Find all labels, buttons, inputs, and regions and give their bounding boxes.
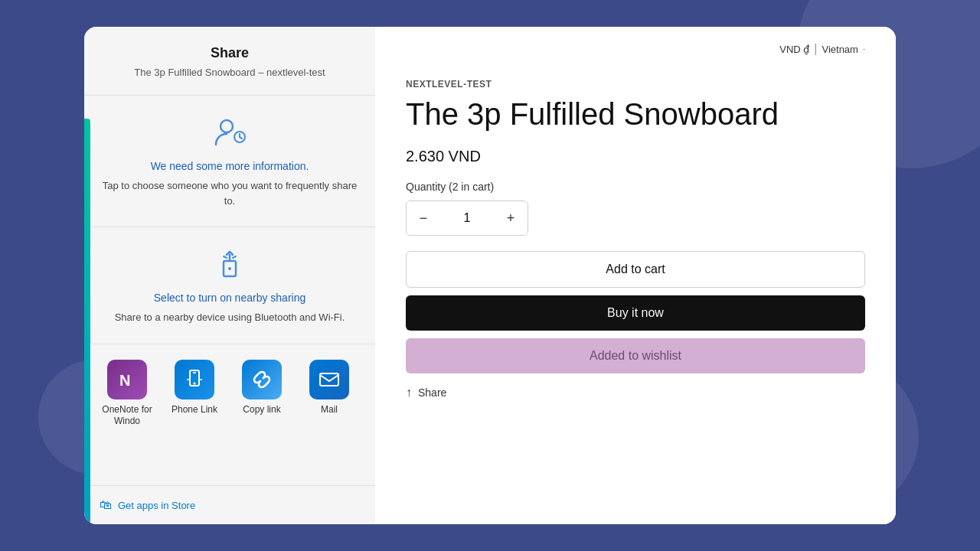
svg-point-0 bbox=[220, 120, 233, 132]
quantity-value: 1 bbox=[440, 211, 494, 225]
share-subtitle: The 3p Fulfilled Snowboard – nextlevel-t… bbox=[100, 66, 360, 80]
share-app-phonelink[interactable]: Phone Link bbox=[167, 360, 222, 428]
svg-text:N: N bbox=[119, 372, 130, 389]
person-share-icon bbox=[211, 114, 248, 151]
quantity-control: − 1 + bbox=[406, 201, 528, 236]
share-contact-section[interactable]: We need some more information. Tap to ch… bbox=[84, 96, 375, 227]
product-title: The 3p Fulfilled Snowboard bbox=[406, 96, 865, 132]
share-header: Share The 3p Fulfilled Snowboard – nextl… bbox=[84, 27, 375, 96]
buy-now-button[interactable]: Buy it now bbox=[406, 295, 865, 331]
contact-section-title: We need some more information. bbox=[100, 160, 360, 172]
mail-label: Mail bbox=[321, 404, 338, 416]
store-icon: 🛍 bbox=[100, 498, 112, 512]
product-panel: VND ₫ | Vietnam · NEXTLEVEL-TEST The 3p … bbox=[375, 27, 896, 524]
phonelink-label: Phone Link bbox=[172, 404, 217, 416]
svg-line-2 bbox=[240, 137, 242, 139]
svg-point-4 bbox=[228, 267, 231, 270]
share-title: Share bbox=[100, 45, 360, 61]
main-container: Share The 3p Fulfilled Snowboard – nextl… bbox=[84, 27, 896, 524]
product-topbar: VND ₫ | Vietnam · bbox=[406, 42, 865, 56]
nearby-section-title: Select to turn on nearby sharing bbox=[100, 292, 360, 304]
locale-separator: | bbox=[814, 42, 817, 56]
get-apps-link[interactable]: 🛍 Get apps in Store bbox=[84, 485, 375, 524]
product-price: 2.630 VND bbox=[406, 148, 865, 165]
share-link[interactable]: ↑ Share bbox=[406, 386, 865, 399]
get-apps-label: Get apps in Store bbox=[118, 500, 195, 511]
onenote-label: OneNote for Windo bbox=[100, 404, 155, 428]
quantity-decrease-button[interactable]: − bbox=[407, 201, 440, 235]
product-brand: NEXTLEVEL-TEST bbox=[406, 79, 865, 90]
quantity-label: Quantity (2 in cart) bbox=[406, 181, 865, 193]
copylink-icon-app bbox=[242, 360, 282, 399]
locale-arrow: · bbox=[863, 44, 865, 54]
phonelink-icon bbox=[175, 360, 214, 399]
copylink-label: Copy link bbox=[243, 404, 280, 416]
share-nearby-section[interactable]: Select to turn on nearby sharing Share t… bbox=[84, 227, 375, 344]
locale-currency: VND ₫ bbox=[779, 44, 809, 55]
svg-point-9 bbox=[194, 382, 196, 384]
share-app-copylink[interactable]: Copy link bbox=[234, 360, 289, 428]
nearby-share-icon bbox=[211, 246, 248, 282]
mail-icon bbox=[309, 360, 349, 399]
svg-rect-10 bbox=[320, 373, 338, 386]
person-icon-container bbox=[100, 114, 360, 151]
share-app-onenote[interactable]: N OneNote for Windo bbox=[100, 360, 155, 428]
share-link-icon: ↑ bbox=[406, 386, 412, 399]
share-app-mail[interactable]: Mail bbox=[302, 360, 357, 428]
svg-rect-8 bbox=[193, 372, 196, 373]
share-apps-grid: N OneNote for Windo P bbox=[100, 360, 360, 428]
share-link-label: Share bbox=[418, 386, 446, 399]
contact-section-desc: Tap to choose someone who you want to fr… bbox=[100, 178, 360, 208]
wishlist-button[interactable]: Added to wishlist bbox=[406, 338, 865, 373]
quantity-increase-button[interactable]: + bbox=[494, 201, 528, 235]
share-apps-section: N OneNote for Windo P bbox=[84, 344, 375, 485]
nearby-icon-container bbox=[100, 246, 360, 282]
nearby-section-desc: Share to a nearby device using Bluetooth… bbox=[100, 310, 360, 325]
add-to-cart-button[interactable]: Add to cart bbox=[406, 251, 865, 288]
onenote-icon: N bbox=[107, 360, 147, 399]
locale-country: Vietnam bbox=[822, 44, 858, 55]
share-panel: Share The 3p Fulfilled Snowboard – nextl… bbox=[84, 27, 375, 524]
